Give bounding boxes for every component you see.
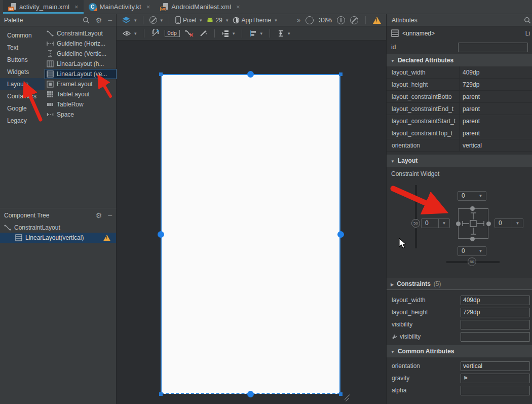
design-surface-selector[interactable] — [122, 16, 137, 24]
tab-androidmanifest-xml[interactable]: MF AndroidManifest.xml × — [155, 0, 245, 14]
hide-panel-icon[interactable] — [108, 212, 112, 219]
theme-selector[interactable]: AppTheme — [233, 17, 277, 24]
tab-mainactivity-kt[interactable]: C MainActivity.kt × — [84, 0, 156, 14]
category-common[interactable]: Common — [0, 29, 45, 42]
constraint-anchor-left[interactable] — [158, 231, 164, 238]
align-selector[interactable] — [249, 30, 262, 37]
palette-item-framelayout[interactable]: FrameLayout — [45, 79, 117, 89]
constraint-anchor-right[interactable] — [486, 222, 491, 226]
framelayout-icon — [47, 81, 54, 88]
clear-constraints-icon[interactable] — [185, 29, 194, 38]
constraint-anchor-bottom[interactable] — [247, 391, 254, 397]
tablelayout-icon — [47, 91, 54, 98]
palette-item-constraintlayout[interactable]: ConstraintLayout — [45, 28, 117, 39]
section-declared-attributes[interactable]: Declared Attributes — [387, 54, 532, 66]
attr-row[interactable]: layout_constraintTop_tparent — [387, 127, 532, 139]
layout-height-input[interactable]: 729dp — [461, 308, 530, 317]
alpha-input[interactable] — [461, 386, 530, 395]
close-tab-icon[interactable]: × — [236, 3, 240, 11]
attr-row[interactable]: layout_constraintStart_tparent — [387, 115, 532, 127]
constraint-anchor-right[interactable] — [337, 231, 344, 238]
selection-corner-handle[interactable] — [339, 392, 343, 396]
tree-item-constraintlayout[interactable]: ConstraintLayout — [0, 223, 116, 233]
toolbar-overflow-chevron[interactable]: » — [297, 17, 300, 24]
resize-corner-handle[interactable] — [344, 394, 351, 401]
hide-panel-icon[interactable] — [108, 17, 112, 24]
palette-item-tablelayout[interactable]: TableLayout — [45, 89, 117, 99]
pack-selector[interactable] — [222, 30, 235, 37]
infer-constraints-icon[interactable] — [199, 29, 207, 38]
gear-icon[interactable] — [96, 16, 102, 24]
margin-right-selector[interactable]: 0▼ — [495, 218, 523, 228]
selection-corner-handle[interactable] — [159, 392, 163, 396]
eye-icon — [123, 30, 131, 36]
visibility-input[interactable] — [461, 320, 530, 329]
margin-top-selector[interactable]: 0▼ — [458, 191, 486, 201]
warnings-icon[interactable] — [373, 17, 381, 24]
category-text[interactable]: Text — [0, 42, 45, 54]
palette-item-guideline-vertical[interactable]: Guideline (Vertic... — [45, 49, 117, 59]
tools-visibility-input[interactable] — [461, 332, 530, 342]
default-margin-selector[interactable]: 0dp — [165, 30, 180, 37]
palette-item-linearlayout-vertical[interactable]: LinearLayout (ve... — [45, 69, 117, 79]
flag-icon[interactable] — [463, 375, 468, 382]
close-tab-icon[interactable]: × — [74, 3, 79, 11]
warning-icon[interactable] — [103, 235, 110, 241]
palette-item-space[interactable]: Space — [45, 109, 117, 120]
palette-item-tablerow[interactable]: TableRow — [45, 99, 117, 109]
attr-row[interactable]: layout_width409dp — [387, 66, 532, 79]
device-selector[interactable]: Pixel — [175, 16, 202, 24]
close-tab-icon[interactable]: × — [146, 3, 150, 11]
category-legacy[interactable]: Legacy — [0, 115, 45, 127]
search-icon[interactable] — [83, 17, 90, 24]
autoconnect-icon[interactable] — [151, 29, 160, 38]
tree-item-linearlayout-vertical[interactable]: LinearLayout(vertical) — [0, 233, 116, 243]
orientation-input[interactable]: vertical — [461, 361, 530, 371]
layout-width-input[interactable]: 409dp — [461, 296, 530, 305]
vertical-bias-value[interactable]: 50 — [411, 219, 420, 228]
category-widgets[interactable]: Widgets — [0, 66, 45, 78]
category-containers[interactable]: Containers — [0, 90, 45, 102]
palette-item-linearlayout-horizontal[interactable]: LinearLayout (h... — [45, 59, 117, 69]
horizontal-bias-value[interactable]: 50 — [468, 258, 476, 266]
zoom-out-icon[interactable] — [306, 16, 314, 24]
orientation-selector[interactable] — [149, 16, 163, 24]
layout-preview[interactable] — [161, 74, 340, 394]
linearlayout-vertical-icon — [391, 29, 399, 37]
constraint-anchor-top[interactable] — [247, 71, 254, 78]
gravity-input[interactable] — [461, 374, 530, 383]
view-options-selector[interactable] — [123, 30, 137, 36]
attr-row[interactable]: layout_height729dp — [387, 79, 532, 91]
selection-corner-handle[interactable] — [339, 72, 343, 76]
category-buttons[interactable]: Buttons — [0, 54, 45, 66]
zoom-to-fit-icon[interactable] — [350, 16, 358, 24]
margin-bottom-selector[interactable]: 0▼ — [458, 246, 486, 256]
gear-icon[interactable] — [96, 211, 102, 219]
design-canvas[interactable]: 0dp — [117, 26, 386, 404]
vertical-bias-slider[interactable] — [415, 185, 417, 248]
api-level-selector[interactable]: 29 — [206, 17, 229, 24]
selection-corner-handle[interactable] — [159, 72, 163, 76]
attr-row[interactable]: orientationvertical — [387, 139, 532, 152]
id-input[interactable] — [458, 43, 528, 52]
attributes-search-icon[interactable] — [524, 17, 531, 24]
distribute-selector[interactable] — [277, 30, 290, 37]
zoom-in-icon[interactable] — [337, 16, 345, 24]
category-google[interactable]: Google — [0, 102, 45, 115]
section-layout[interactable]: Layout — [387, 155, 532, 167]
constraint-anchor-left[interactable] — [456, 222, 461, 226]
constraint-anchor-bottom[interactable] — [470, 237, 475, 241]
attr-row[interactable]: layout_constraintEnd_tparent — [387, 103, 532, 115]
palette-item-guideline-horizontal[interactable]: Guideline (Horiz... — [45, 39, 117, 49]
margin-left-selector[interactable]: 0▼ — [421, 218, 450, 228]
constraintlayout-icon — [47, 30, 54, 37]
category-layouts[interactable]: Layouts — [0, 78, 45, 90]
tablerow-icon — [47, 101, 54, 108]
tab-activity-main-xml[interactable]: <> activity_main.xml × — [3, 0, 84, 14]
fixed-size-indicator-icon — [459, 209, 488, 238]
section-constraints[interactable]: Constraints (5) — [387, 278, 532, 290]
section-common-attributes[interactable]: Common Attributes — [387, 345, 532, 357]
constraint-anchor-top[interactable] — [470, 206, 475, 211]
phone-icon — [175, 16, 181, 24]
attr-row[interactable]: layout_constraintBottoparent — [387, 91, 532, 103]
